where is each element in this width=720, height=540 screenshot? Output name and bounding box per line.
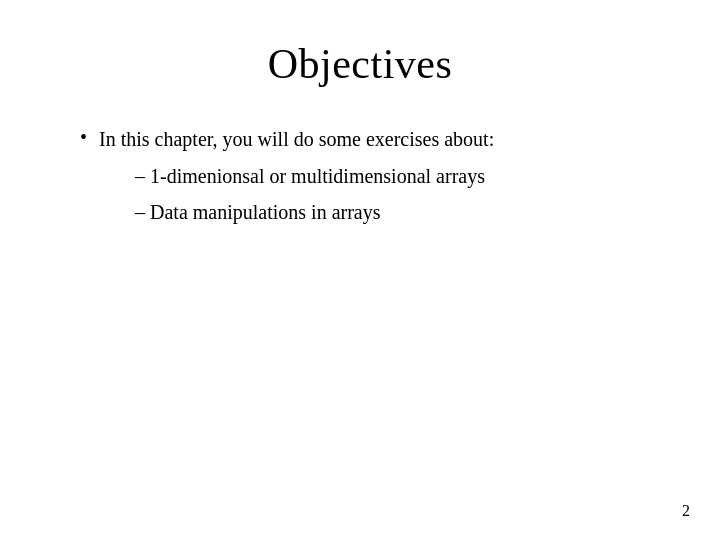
- bullet-item: • In this chapter, you will do some exer…: [80, 124, 660, 232]
- slide-title: Objectives: [60, 40, 660, 88]
- bullet-text-container: In this chapter, you will do some exerci…: [99, 124, 494, 232]
- sub-items-list: – 1-dimenionsal or multidimensional arra…: [99, 160, 494, 228]
- slide: Objectives • In this chapter, you will d…: [0, 0, 720, 540]
- bullet-symbol: •: [80, 126, 87, 149]
- slide-content: • In this chapter, you will do some exer…: [60, 124, 660, 232]
- bullet-text: In this chapter, you will do some exerci…: [99, 128, 494, 150]
- sub-item-2: – Data manipulations in arrays: [135, 196, 494, 228]
- sub-item-1: – 1-dimenionsal or multidimensional arra…: [135, 160, 494, 192]
- page-number: 2: [682, 502, 690, 520]
